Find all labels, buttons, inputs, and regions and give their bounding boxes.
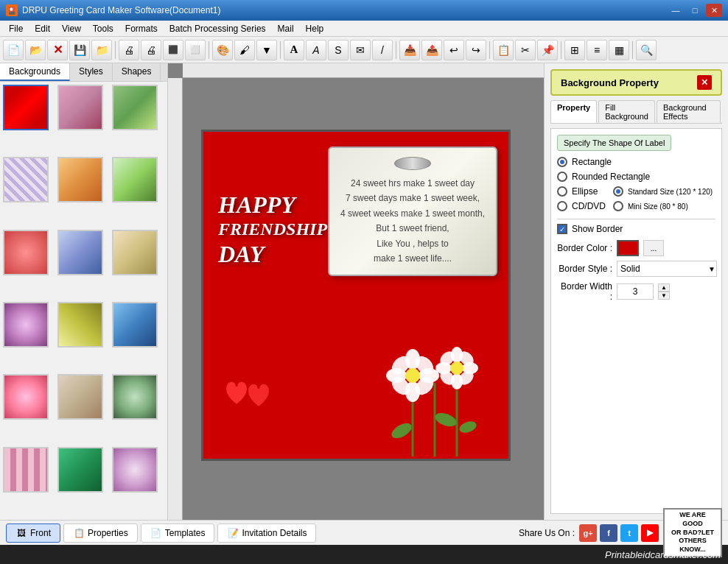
title-bar: 🎴 DRPU Greeting Card Maker Software(Docu…	[0, 0, 728, 21]
radio-ellipse-indicator	[557, 186, 567, 197]
bg-thumb-4[interactable]	[3, 157, 49, 202]
toolbar-print-preview[interactable]: 🖨	[119, 40, 139, 60]
toolbar-fill[interactable]: ▼	[256, 40, 277, 60]
properties-tab-label: Properties	[88, 528, 128, 538]
toolbar-redo[interactable]: ↪	[466, 40, 486, 60]
svg-point-4	[433, 410, 458, 429]
bg-thumb-18[interactable]	[112, 447, 158, 493]
bg-thumb-12[interactable]	[112, 302, 158, 348]
toolbar-layout[interactable]: ▦	[609, 40, 629, 60]
toolbar-print[interactable]: 🖨	[141, 40, 161, 60]
tab-bg-effects[interactable]: Background Effects	[657, 100, 721, 123]
radio-cd-dvd-indicator	[557, 201, 567, 211]
toolbar-zoom[interactable]: 🔍	[636, 40, 657, 60]
border-color-picker-button[interactable]: ...	[643, 240, 664, 256]
toolbar-email[interactable]: ✉	[350, 40, 371, 60]
maximize-button[interactable]: □	[687, 4, 703, 17]
radio-cd-dvd-label: CD/DVD	[572, 201, 606, 211]
menu-formats[interactable]: Formats	[119, 22, 164, 35]
menu-mail[interactable]: Mail	[272, 22, 300, 35]
tab-properties[interactable]: 📋 Properties	[63, 524, 138, 543]
toolbar-text[interactable]: A	[284, 40, 304, 60]
close-button[interactable]: ✕	[706, 4, 722, 17]
border-width-input[interactable]: 3	[617, 283, 654, 300]
menu-help[interactable]: Help	[300, 22, 330, 35]
toolbar-wordart[interactable]: A	[306, 40, 326, 60]
card-title2: FRIENDSHIP	[218, 219, 327, 240]
greeting-card[interactable]: HAPPY FRIENDSHIP DAY 24 s	[201, 130, 511, 461]
bg-thumb-17[interactable]	[57, 447, 103, 493]
show-border-checkbox[interactable]	[557, 224, 567, 234]
radio-rounded-rect[interactable]: Rounded Rectangle	[557, 172, 715, 182]
radio-mini-size[interactable]: Mini Size (80 * 80)	[613, 201, 713, 211]
toolbar-symbol[interactable]: S	[328, 40, 349, 60]
toolbar-grid[interactable]: ⊞	[564, 40, 585, 60]
bg-thumb-14[interactable]	[57, 374, 103, 420]
backgrounds-grid	[0, 82, 167, 520]
tab-styles[interactable]: Styles	[70, 63, 113, 81]
bg-thumb-3[interactable]	[112, 85, 158, 130]
radio-standard-size[interactable]: Standard Size (120 * 120)	[613, 186, 713, 197]
tab-backgrounds[interactable]: Backgrounds	[0, 63, 70, 81]
tab-front[interactable]: 🖼 Front	[6, 524, 60, 543]
bottom-bar: 🖼 Front 📋 Properties 📄 Templates 📝 Invit…	[0, 520, 728, 545]
shape-options: Rectangle Rounded Rectangle Ellipse	[557, 157, 715, 211]
bg-thumb-7[interactable]	[3, 230, 49, 275]
menu-tools[interactable]: Tools	[87, 22, 119, 35]
border-style-select[interactable]: Solid Dashed Dotted Double	[617, 261, 717, 277]
toolbar-save-as[interactable]: 📁	[91, 40, 112, 60]
bg-thumb-6[interactable]	[112, 157, 158, 202]
bg-thumb-16[interactable]	[3, 447, 49, 493]
toolbar-new[interactable]: 📄	[3, 40, 24, 60]
toolbar-copy[interactable]: 📋	[493, 40, 514, 60]
bg-thumb-15[interactable]	[112, 374, 158, 420]
toolbar-save[interactable]: 💾	[69, 40, 90, 60]
tab-shapes[interactable]: Shapes	[113, 63, 161, 81]
toolbar-export[interactable]: 📤	[421, 40, 442, 60]
toolbar-color[interactable]: 🎨	[212, 40, 233, 60]
toolbar-scan[interactable]: ⬛	[163, 40, 183, 60]
bg-thumb-1[interactable]	[3, 85, 49, 130]
twitter-button[interactable]: t	[620, 524, 638, 542]
border-color-swatch[interactable]	[617, 240, 639, 256]
bg-thumb-8[interactable]	[57, 230, 103, 275]
menu-batch[interactable]: Batch Processing Series	[164, 22, 272, 35]
toolbar-import[interactable]: 📥	[399, 40, 420, 60]
toolbar-scan2[interactable]: ⬜	[185, 40, 206, 60]
bg-thumb-10[interactable]	[3, 302, 49, 348]
bg-thumb-5[interactable]	[57, 157, 103, 202]
menu-view[interactable]: View	[56, 22, 87, 35]
panel-close-button[interactable]: ✕	[697, 75, 712, 90]
youtube-button[interactable]: ▶	[641, 524, 659, 542]
toolbar-line[interactable]: /	[372, 40, 393, 60]
radio-ellipse[interactable]: Ellipse	[557, 186, 606, 197]
border-width-up[interactable]: ▲	[658, 283, 670, 292]
border-width-down[interactable]: ▼	[658, 292, 670, 300]
bg-thumb-13[interactable]	[3, 374, 49, 420]
tab-invitation-details[interactable]: 📝 Invitation Details	[217, 524, 316, 543]
facebook-button[interactable]: f	[600, 524, 617, 542]
radio-rectangle[interactable]: Rectangle	[557, 157, 715, 167]
radio-rectangle-label: Rectangle	[572, 157, 612, 167]
toolbar-undo[interactable]: ↩	[444, 40, 464, 60]
bg-thumb-11[interactable]	[57, 302, 103, 348]
toolbar-close[interactable]: ✕	[47, 40, 68, 60]
menu-file[interactable]: File	[3, 22, 29, 35]
minimize-button[interactable]: —	[668, 4, 684, 17]
toolbar-cut[interactable]: ✂	[515, 40, 536, 60]
menu-edit[interactable]: Edit	[29, 22, 56, 35]
google-plus-button[interactable]: g+	[579, 524, 597, 542]
tab-property[interactable]: Property	[550, 100, 597, 123]
tab-fill-background[interactable]: Fill Background	[598, 100, 655, 123]
bg-thumb-9[interactable]	[112, 230, 158, 275]
toolbar-open[interactable]: 📂	[25, 40, 46, 60]
share-label: Share Us On :	[519, 528, 575, 538]
toolbar-gradient[interactable]: 🖌	[234, 40, 255, 60]
bg-thumb-2[interactable]	[57, 85, 103, 130]
card-title1: HAPPY	[218, 191, 327, 219]
toolbar-paste[interactable]: 📌	[537, 40, 558, 60]
radio-cd-dvd[interactable]: CD/DVD	[557, 201, 606, 211]
ruler-horizontal	[183, 63, 544, 78]
tab-templates[interactable]: 📄 Templates	[141, 524, 215, 543]
toolbar-align[interactable]: ≡	[587, 40, 607, 60]
